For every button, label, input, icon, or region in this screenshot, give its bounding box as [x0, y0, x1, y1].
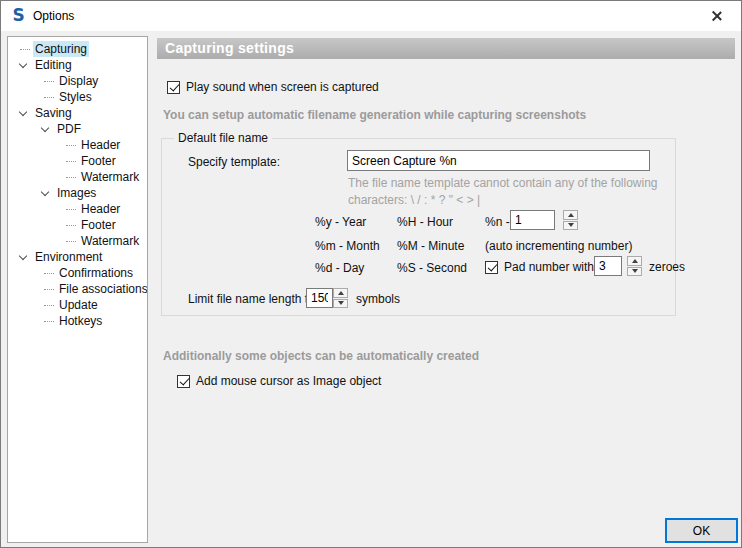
mouse-cursor-checkbox[interactable]: Add mouse cursor as Image object [177, 374, 381, 388]
tree-item-confirmations[interactable]: Confirmations [8, 265, 147, 281]
limit-length-spinner [333, 288, 348, 308]
play-sound-label: Play sound when screen is captured [186, 80, 379, 94]
spin-down-button[interactable] [563, 221, 578, 231]
tree-item-file-associations[interactable]: File associations [8, 281, 147, 297]
pad-number-checkbox[interactable]: Pad number with [485, 260, 594, 274]
template-hint: The file name template cannot contain an… [348, 175, 658, 209]
default-filename-group: Default file name Specify template: The … [161, 138, 676, 316]
spin-down-button[interactable] [333, 299, 348, 309]
options-dialog: S Options Capturing Editing Display Styl… [0, 0, 742, 548]
tree-line [20, 49, 30, 50]
chevron-down-icon[interactable] [41, 123, 49, 131]
tree-item-styles[interactable]: Styles [8, 89, 147, 105]
checkbox-checked-icon[interactable] [485, 261, 498, 274]
tree-line [44, 81, 54, 82]
spin-up-button[interactable] [627, 256, 642, 266]
tree-item-environment[interactable]: Environment [8, 249, 147, 265]
mouse-cursor-label: Add mouse cursor as Image object [196, 374, 381, 388]
pad-zeroes-spinner [627, 256, 642, 276]
code-minute-label: %M - Minute [397, 239, 464, 253]
tree-item-saving[interactable]: Saving [8, 105, 147, 121]
tree-item-images[interactable]: Images [8, 185, 147, 201]
group-title: Default file name [174, 131, 272, 145]
spin-up-button[interactable] [333, 288, 348, 298]
code-n-label: %n - [485, 215, 510, 229]
spin-up-button[interactable] [563, 210, 578, 220]
tree-line [66, 161, 76, 162]
tree-item-images-footer[interactable]: Footer [8, 217, 147, 233]
tree-line [44, 97, 54, 98]
checkbox-checked-icon[interactable] [167, 81, 180, 94]
code-year-label: %y - Year [315, 215, 366, 229]
tree-item-editing[interactable]: Editing [8, 57, 147, 73]
triangle-up-icon [632, 259, 638, 263]
tree-line [44, 321, 54, 322]
page-title: Capturing settings [157, 38, 735, 59]
chevron-down-icon[interactable] [41, 187, 49, 195]
tree-line [66, 241, 76, 242]
app-logo-icon: S [10, 7, 27, 24]
code-second-label: %S - Second [397, 261, 467, 275]
counter-input[interactable] [510, 210, 555, 230]
pad-zeroes-input[interactable] [594, 256, 622, 276]
triangle-down-icon [338, 301, 344, 305]
limit-length-input[interactable] [306, 288, 333, 308]
auto-increment-note: (auto incrementing number) [485, 239, 632, 253]
chevron-down-icon[interactable] [19, 107, 27, 115]
tree-line [66, 225, 76, 226]
tree-item-pdf-footer[interactable]: Footer [8, 153, 147, 169]
triangle-up-icon [338, 291, 344, 295]
tree-line [44, 289, 54, 290]
tree-line [66, 209, 76, 210]
template-input[interactable] [347, 150, 650, 171]
triangle-down-icon [568, 223, 574, 227]
tree-item-pdf[interactable]: PDF [8, 121, 147, 137]
tree-line [44, 273, 54, 274]
close-icon [711, 10, 723, 22]
tree-item-images-header[interactable]: Header [8, 201, 147, 217]
tree-item-display[interactable]: Display [8, 73, 147, 89]
limit-suffix-label: symbols [356, 292, 400, 306]
objects-section-heading: Additionally some objects can be automat… [163, 349, 479, 363]
checkbox-checked-icon[interactable] [177, 375, 190, 388]
settings-tree: Capturing Editing Display Styles Saving … [7, 36, 148, 543]
limit-length-label: Limit file name length to [188, 292, 315, 306]
tree-line [66, 145, 76, 146]
tree-item-capturing[interactable]: Capturing [8, 41, 147, 57]
close-button[interactable] [705, 5, 729, 27]
counter-spinner [563, 210, 578, 230]
code-hour-label: %H - Hour [397, 215, 453, 229]
tree-item-hotkeys[interactable]: Hotkeys [8, 313, 147, 329]
filename-section-heading: You can setup automatic filename generat… [163, 108, 586, 122]
specify-template-label: Specify template: [188, 155, 280, 169]
tree-item-pdf-header[interactable]: Header [8, 137, 147, 153]
triangle-up-icon [568, 213, 574, 217]
tree-line [44, 305, 54, 306]
tree-item-pdf-watermark[interactable]: Watermark [8, 169, 147, 185]
pad-suffix-label: zeroes [649, 260, 685, 274]
chevron-down-icon[interactable] [19, 59, 27, 67]
chevron-down-icon[interactable] [19, 251, 27, 259]
window-title: Options [33, 9, 74, 23]
tree-item-update[interactable]: Update [8, 297, 147, 313]
play-sound-checkbox[interactable]: Play sound when screen is captured [167, 80, 379, 94]
title-bar: S Options [1, 1, 741, 31]
ok-button[interactable]: OK [665, 518, 738, 543]
spin-down-button[interactable] [627, 267, 642, 277]
code-day-label: %d - Day [315, 261, 364, 275]
triangle-down-icon [632, 269, 638, 273]
code-month-label: %m - Month [315, 239, 380, 253]
tree-line [66, 177, 76, 178]
pad-number-label: Pad number with [504, 260, 594, 274]
tree-item-images-watermark[interactable]: Watermark [8, 233, 147, 249]
